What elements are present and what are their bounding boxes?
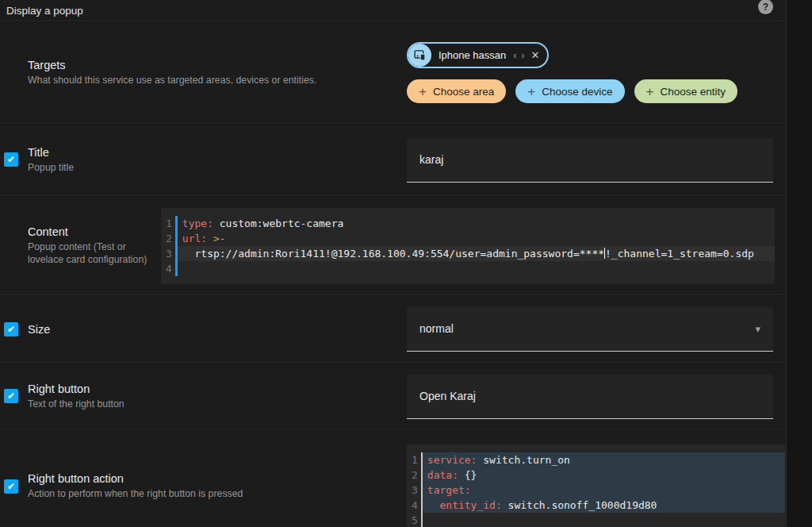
row-right-button: ✔ Right button Text of the right button xyxy=(0,364,786,429)
plus-icon: + xyxy=(419,85,427,98)
devices-icon xyxy=(408,44,431,67)
code-line: type: custom:webrtc-camera xyxy=(178,216,775,231)
code-line: service: switch.turn_on xyxy=(423,452,785,467)
code-line xyxy=(178,261,775,276)
size-label-block: ✔ Size xyxy=(0,322,407,337)
code-line xyxy=(423,513,785,527)
plus-icon: + xyxy=(527,85,535,98)
service-call-page: Display a popup ? Targets What should th… xyxy=(0,0,812,527)
size-dropdown[interactable]: normal ▾ xyxy=(407,307,773,352)
title-checkbox[interactable]: ✔ xyxy=(4,152,18,167)
choose-buttons: + Choose area + Choose device + Choose e… xyxy=(407,79,737,103)
choose-entity-label: Choose entity xyxy=(660,86,726,98)
code-content: service: switch.turn_ondata: {}target: e… xyxy=(423,452,785,527)
header: Display a popup ? xyxy=(0,0,786,21)
size-label: Size xyxy=(28,323,50,336)
scrollbar-gutter[interactable] xyxy=(786,0,812,527)
row-content: Content Popup content (Test or lovelace … xyxy=(0,197,786,294)
help-icon[interactable]: ? xyxy=(758,0,773,14)
right-button-action-checkbox[interactable]: ✔ xyxy=(4,479,18,494)
code-line: url: >- xyxy=(178,231,775,246)
row-right-button-action: ✔ Right button action Action to perform … xyxy=(0,431,786,527)
target-device-chip-label: Iphone hassan xyxy=(439,49,506,61)
choose-area-label: Choose area xyxy=(433,86,494,98)
right-button-label: Right button xyxy=(28,383,124,395)
title-field xyxy=(407,138,773,183)
content-area: Display a popup ? Targets What should th… xyxy=(0,0,786,527)
code-content: type: custom:webrtc-cameraurl: >- rtsp:/… xyxy=(178,216,775,276)
title-description: Popup title xyxy=(28,162,74,174)
row-size: ✔ Size normal ▾ xyxy=(0,296,786,362)
right-button-field xyxy=(407,375,773,419)
chip-expand-icon[interactable]: ‹ › xyxy=(513,49,525,61)
right-button-description: Text of the right button xyxy=(28,398,124,410)
choose-device-button[interactable]: + Choose device xyxy=(515,79,624,103)
action-code-editor[interactable]: 12345service: switch.turn_ondata: {}targ… xyxy=(407,444,785,527)
code-line: target: xyxy=(423,483,785,498)
line-numbers: 1234 xyxy=(161,216,178,276)
code-line: data: {} xyxy=(423,467,785,483)
page-title: Display a popup xyxy=(6,5,83,17)
targets-controls: Iphone hassan ‹ › ✕ + Choose area + Choo… xyxy=(407,42,737,103)
choose-entity-button[interactable]: + Choose entity xyxy=(634,79,738,103)
right-button-action-label: Right button action xyxy=(28,472,243,485)
size-checkbox[interactable]: ✔ xyxy=(4,322,18,337)
targets-label: Targets xyxy=(28,59,407,71)
line-numbers: 12345 xyxy=(407,452,423,527)
right-button-checkbox[interactable]: ✔ xyxy=(4,389,18,403)
plus-icon: + xyxy=(646,85,654,98)
content-description: Popup content (Test or lovelace card con… xyxy=(28,241,155,266)
choose-device-label: Choose device xyxy=(542,86,612,98)
chevron-down-icon: ▾ xyxy=(755,323,760,335)
row-title: ✔ Title Popup title xyxy=(0,125,786,195)
code-line: rtsp://admin:Rori1411!@192.168.100.49:55… xyxy=(178,246,775,261)
right-button-action-description: Action to perform when the right button … xyxy=(28,488,243,500)
title-input[interactable] xyxy=(419,153,760,166)
choose-area-button[interactable]: + Choose area xyxy=(407,79,506,103)
size-dropdown-value: normal xyxy=(419,322,454,335)
content-label: Content xyxy=(28,225,161,238)
right-button-input[interactable] xyxy=(419,390,760,402)
code-line: entity_id: switch.sonoff_1000d19d80 xyxy=(423,498,785,513)
title-label: Title xyxy=(28,146,74,159)
row-targets: Targets What should this service use as … xyxy=(0,22,786,123)
target-device-chip[interactable]: Iphone hassan ‹ › ✕ xyxy=(407,42,549,68)
content-code-editor[interactable]: 1234type: custom:webrtc-cameraurl: >- rt… xyxy=(161,208,775,284)
targets-label-block: Targets What should this service use as … xyxy=(0,59,407,87)
right-button-label-block: ✔ Right button Text of the right button xyxy=(0,383,407,410)
targets-description: What should this service use as targeted… xyxy=(28,75,407,87)
right-button-action-label-block: ✔ Right button action Action to perform … xyxy=(0,472,407,500)
content-label-block: Content Popup content (Test or lovelace … xyxy=(0,225,161,266)
chip-remove-icon[interactable]: ✕ xyxy=(531,49,540,61)
title-label-block: ✔ Title Popup title xyxy=(0,146,407,174)
